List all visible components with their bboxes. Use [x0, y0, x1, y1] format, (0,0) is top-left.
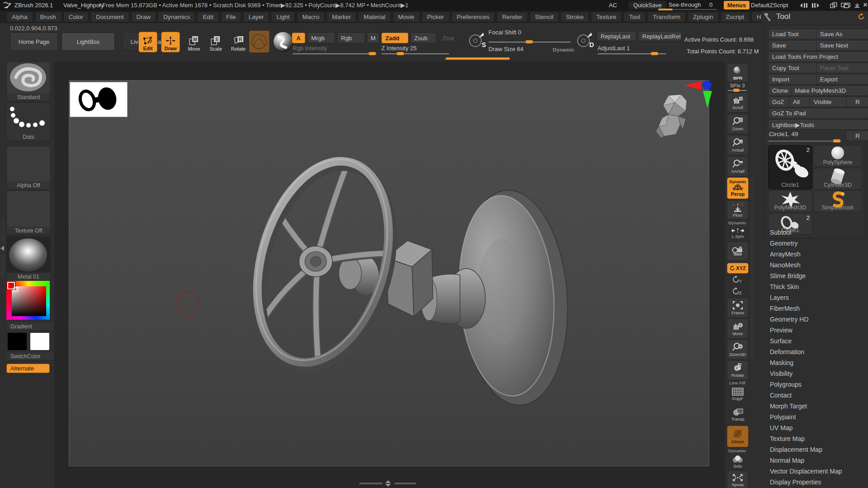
menu-item[interactable]: Document: [90, 12, 129, 22]
h-scrollbar-left[interactable]: [359, 483, 383, 484]
zscript-button[interactable]: DefaultZScript: [751, 2, 788, 9]
menu-item[interactable]: Stroke: [560, 12, 589, 22]
aahalf-button[interactable]: AAHalf: [727, 156, 749, 176]
a-button[interactable]: A: [292, 33, 305, 43]
menu-item[interactable]: Stencil: [530, 12, 559, 22]
collapse-right-tray-icon[interactable]: [811, 1, 821, 9]
subpalette-section[interactable]: ArrayMesh: [769, 249, 865, 260]
local-symmetry-button[interactable]: L.Sym: [727, 226, 749, 241]
focal-shift-slider[interactable]: [489, 42, 571, 43]
rgb-button[interactable]: Rgb: [337, 33, 365, 43]
rotate-canvas-button[interactable]: Rotate: [727, 360, 749, 380]
subpalette-section[interactable]: Visibility: [769, 368, 865, 379]
window-layout-icon[interactable]: [829, 1, 839, 9]
solo-button[interactable]: Solo: [727, 454, 749, 470]
goz-r-button[interactable]: R: [846, 97, 868, 107]
m-button[interactable]: M: [367, 33, 379, 43]
subpalette-section[interactable]: Normal Map: [769, 455, 865, 466]
current-tool-slider-label[interactable]: Circle1. 49: [769, 131, 798, 137]
gradient-label[interactable]: Gradient: [6, 322, 54, 331]
axis-navigation-widget[interactable]: [683, 80, 715, 110]
stroke-s-widget[interactable]: S: [468, 31, 486, 50]
paste-tool-button[interactable]: Paste Tool: [816, 63, 868, 73]
color-picker[interactable]: [6, 281, 50, 320]
zoom3d-button[interactable]: Zoom3D: [727, 340, 749, 360]
subpalette-section[interactable]: UV Map: [769, 422, 865, 433]
lightbox-button[interactable]: LightBox: [62, 33, 115, 51]
menu-item[interactable]: Movie: [393, 12, 420, 22]
restore-icon[interactable]: [842, 1, 852, 9]
zoom-button[interactable]: Zoom: [727, 114, 749, 134]
scale-button[interactable]: S Scale: [206, 32, 225, 52]
dynamic-persp-button[interactable]: Dynamic Persp: [727, 177, 749, 199]
subpalette-section[interactable]: Layers: [769, 292, 865, 303]
subpalette-section[interactable]: Displacement Map: [769, 444, 865, 455]
subpalette-section[interactable]: Morph Target: [769, 401, 865, 412]
menu-item[interactable]: Light: [271, 12, 295, 22]
replay-last-button[interactable]: ReplayLast: [597, 31, 636, 41]
subpalette-section[interactable]: Slime Bridge: [769, 270, 865, 281]
gyro-xyz-button[interactable]: XYZ: [727, 263, 749, 274]
subpalette-section[interactable]: Masking: [769, 357, 865, 368]
tray-collapse-arrow[interactable]: [0, 246, 4, 251]
load-tools-from-project-button[interactable]: Load Tools From Project: [768, 52, 868, 62]
tray-handle-dots[interactable]: [1, 219, 5, 243]
replay-last-rel-button[interactable]: ReplayLastRel: [638, 31, 682, 41]
subpalette-section[interactable]: Geometry HD: [769, 314, 865, 325]
current-material-thumbnail[interactable]: [6, 237, 51, 274]
save-button[interactable]: Save: [768, 40, 821, 51]
zadd-button[interactable]: Zadd: [381, 33, 408, 43]
subpalette-section[interactable]: Polygroups: [769, 379, 865, 390]
adjust-last-slider[interactable]: [598, 53, 666, 54]
subpalette-section[interactable]: Contact: [769, 390, 865, 401]
tool-thumbnail-circle1-selected[interactable]: 2 Circle1: [768, 145, 812, 190]
export-button[interactable]: Export: [816, 74, 868, 85]
menu-item[interactable]: Draw: [131, 12, 157, 22]
tool-thumbnail-cylinder3d[interactable]: Cylinder3D: [813, 168, 862, 190]
h-scrollbar-right[interactable]: [394, 483, 416, 484]
frame-button[interactable]: Frame: [727, 298, 749, 318]
menus-button[interactable]: Menus: [724, 1, 749, 9]
subpalette-section[interactable]: Polypaint: [769, 412, 865, 422]
zcut-button[interactable]: Zcut: [438, 33, 464, 43]
menu-item[interactable]: Macro: [297, 12, 325, 22]
see-through-slider[interactable]: [658, 9, 717, 10]
canvas-area[interactable]: [54, 61, 725, 488]
current-stroke-thumbnail[interactable]: [6, 102, 51, 134]
tool-thumbnail-simplebrush[interactable]: SimpleBrush: [813, 190, 862, 212]
edit-button[interactable]: Edit: [138, 32, 157, 52]
scroll-up-arrow[interactable]: [385, 480, 391, 483]
actual-size-button[interactable]: x1 Actual: [727, 135, 749, 155]
menu-item[interactable]: Material: [358, 12, 391, 22]
menu-item[interactable]: Alpha: [6, 12, 33, 22]
current-tool-slider[interactable]: [768, 141, 841, 142]
camera-button[interactable]: [727, 242, 749, 261]
menu-item[interactable]: Picker: [422, 12, 450, 22]
tool-r-button[interactable]: R: [846, 131, 868, 141]
menu-item[interactable]: Zscript: [721, 12, 750, 22]
polyframe-button[interactable]: PolyF: [727, 385, 749, 403]
goz-to-ipad-button[interactable]: GoZ To iPad: [768, 108, 868, 118]
switch-color-button[interactable]: SwitchColor: [6, 352, 54, 360]
floor-button[interactable]: XYZ Floor: [727, 200, 749, 219]
subpalette-section[interactable]: Preview: [769, 325, 865, 336]
z-intensity-slider[interactable]: [381, 53, 449, 54]
subpalette-section[interactable]: Vector Displacement Map: [769, 466, 865, 477]
menu-item[interactable]: Dynamics: [158, 12, 195, 22]
subpalette-section[interactable]: Texture Map: [769, 433, 865, 444]
current-alpha-button[interactable]: [249, 30, 270, 53]
panel-reset-icon[interactable]: [858, 13, 865, 20]
alternate-button[interactable]: Alternate: [6, 364, 50, 373]
ghost-button[interactable]: Ghost: [727, 426, 749, 447]
bpr-render-button[interactable]: BPR: [727, 64, 749, 83]
zsub-button[interactable]: Zsub: [410, 33, 436, 43]
menu-item[interactable]: Preferences: [451, 12, 495, 22]
subpalette-section[interactable]: FiberMesh: [769, 303, 865, 314]
collapse-left-tray-icon[interactable]: [799, 1, 809, 9]
gyro-z-button[interactable]: Z: [730, 287, 744, 296]
current-material-button[interactable]: [272, 30, 294, 53]
menu-item[interactable]: Edit: [197, 12, 218, 22]
menu-item[interactable]: Render: [497, 12, 527, 22]
menu-item[interactable]: Brush: [35, 12, 62, 22]
load-tool-button[interactable]: Load Tool: [768, 29, 821, 39]
